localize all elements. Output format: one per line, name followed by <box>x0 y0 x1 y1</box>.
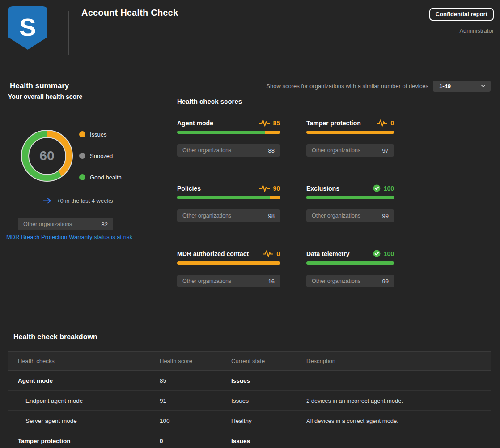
administrator-label: Administrator <box>459 27 494 34</box>
table-cell: 100 <box>160 411 231 431</box>
score-card-score: 0 <box>263 250 280 258</box>
card-benchmark: Other organizations 99 <box>306 209 394 222</box>
table-cell: Endpoint agent mode <box>8 391 160 411</box>
mdr-warranty-warning-link[interactable]: MDR Breach Protection Warranty status is… <box>6 234 132 240</box>
device-filter: Show scores for organizations with a sim… <box>266 81 491 92</box>
pulse-icon <box>377 119 387 127</box>
score-card-header: Tamper protection 0 <box>306 119 394 127</box>
card-benchmark: Other organizations 99 <box>306 275 394 287</box>
benchmark-label: Other organizations <box>182 278 231 284</box>
score-progress-bar <box>306 196 394 199</box>
table-cell: 85 <box>160 371 231 391</box>
table-cell: Issues <box>231 391 306 411</box>
check-circle-icon <box>373 184 381 192</box>
chevron-down-icon <box>481 85 486 88</box>
score-value: 0 <box>276 250 280 257</box>
score-card-score: 90 <box>259 184 280 192</box>
table-header-row: Health checksHealth scoreCurrent stateDe… <box>8 352 491 371</box>
table-cell: Agent mode <box>8 371 160 391</box>
benchmark-label: Other organizations <box>312 147 360 154</box>
trend-text: +0 in the last 4 weeks <box>57 197 113 204</box>
score-card-title: Policies <box>177 185 201 192</box>
score-progress-bar <box>306 131 394 134</box>
health-summary-heading: Health summary <box>10 81 69 90</box>
snoozed-dot-icon <box>79 153 85 159</box>
table-cell: 2 devices in an incorrect agent mode. <box>306 391 491 411</box>
card-benchmark: Other organizations 97 <box>306 144 394 157</box>
benchmark-value: 97 <box>382 147 389 154</box>
check-circle-icon <box>373 250 381 257</box>
score-value: 100 <box>384 250 394 257</box>
card-benchmark: Other organizations 88 <box>177 144 280 157</box>
score-card: Agent mode 85 Other organizations 88 <box>177 119 280 157</box>
score-card-header: Policies 90 <box>177 184 280 192</box>
score-value: 85 <box>273 119 280 127</box>
score-card-header: Exclusions 100 <box>306 184 394 192</box>
score-progress-bar <box>306 261 394 265</box>
table-cell <box>306 371 491 391</box>
table-cell: All devices in a correct agent mode. <box>306 411 491 431</box>
score-card: Exclusions 100 Other organizations 99 <box>306 184 394 222</box>
score-card-score: 100 <box>373 250 394 257</box>
summary-benchmark: Other organizations 82 <box>18 218 113 230</box>
score-card: Tamper protection 0 Other organizations … <box>306 119 394 157</box>
legend-item: Good health <box>79 174 122 180</box>
score-value: 90 <box>273 185 280 192</box>
score-card-header: Agent mode 85 <box>177 119 280 127</box>
table-row: Tamper protection0Issues <box>8 431 491 448</box>
score-card-title: Data telemetry <box>306 250 350 257</box>
legend-item: Snoozed <box>79 153 122 159</box>
benchmark-label: Other organizations <box>182 213 231 219</box>
score-card: Data telemetry 100 Other organizations 9… <box>306 250 394 287</box>
score-card-score: 85 <box>259 119 280 127</box>
donut-legend: IssuesSnoozedGood health <box>79 131 122 196</box>
trend-indicator: +0 in the last 4 weeks <box>43 197 113 204</box>
score-progress-bar <box>177 261 280 265</box>
score-card: MDR authorized contact 0 Other organizat… <box>177 250 280 287</box>
device-filter-label: Show scores for organizations with a sim… <box>266 83 428 90</box>
breakdown-table: Health checksHealth scoreCurrent stateDe… <box>8 351 491 448</box>
table-cell <box>306 431 491 448</box>
benchmark-label: Other organizations <box>312 278 360 284</box>
health-check-scores-heading: Health check scores <box>177 98 242 105</box>
overall-health-donut-chart: 60 <box>21 130 73 182</box>
good-health-dot-icon <box>79 174 85 180</box>
health-check-breakdown-heading: Health check breakdown <box>13 333 97 341</box>
benchmark-label: Other organizations <box>182 147 231 154</box>
score-cards-grid: Agent mode 85 Other organizations 88 Tam… <box>177 119 394 287</box>
table-row: Agent mode85Issues <box>8 371 491 391</box>
table-column-header: Current state <box>231 352 306 371</box>
table-cell: Tamper protection <box>8 431 160 448</box>
score-card-header: MDR authorized contact 0 <box>177 250 280 257</box>
benchmark-value: 82 <box>102 221 108 228</box>
card-benchmark: Other organizations 98 <box>177 209 280 222</box>
table-column-header: Health checks <box>8 352 160 371</box>
score-card-score: 100 <box>373 184 394 192</box>
donut-center: 60 <box>28 137 66 175</box>
score-card-title: Exclusions <box>306 185 339 192</box>
benchmark-label: Other organizations <box>312 213 360 219</box>
score-card: Policies 90 Other organizations 98 <box>177 184 280 222</box>
table-cell: Issues <box>231 371 306 391</box>
score-value: 100 <box>384 185 394 192</box>
benchmark-value: 99 <box>382 213 389 219</box>
device-range-value: 1-49 <box>439 83 451 90</box>
sophos-logo-icon: S <box>8 6 48 51</box>
legend-label: Snoozed <box>90 153 113 159</box>
device-range-dropdown[interactable]: 1-49 <box>433 81 491 92</box>
confidential-report-button[interactable]: Confidential report <box>429 8 494 21</box>
score-card-header: Data telemetry 100 <box>306 250 394 257</box>
table-row: Endpoint agent mode91Issues2 devices in … <box>8 391 491 411</box>
page-title: Account Health Check <box>81 8 178 18</box>
header-divider <box>68 11 69 55</box>
table-row: Server agent mode100HealthyAll devices i… <box>8 411 491 431</box>
table-cell: Server agent mode <box>8 411 160 431</box>
legend-label: Issues <box>90 131 107 138</box>
legend-label: Good health <box>90 174 122 181</box>
score-card-score: 0 <box>377 119 394 127</box>
issues-dot-icon <box>79 131 85 137</box>
table-cell: Healthy <box>231 411 306 431</box>
score-progress-bar <box>177 131 280 134</box>
score-card-title: Tamper protection <box>306 119 361 127</box>
benchmark-value: 88 <box>268 147 275 154</box>
